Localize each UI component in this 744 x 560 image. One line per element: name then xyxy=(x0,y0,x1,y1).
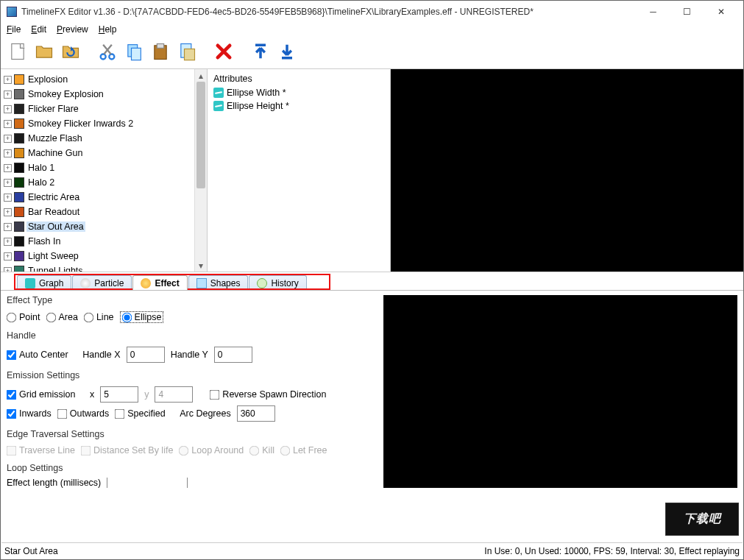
download-button[interactable] xyxy=(274,39,300,64)
emission-header: Emission Settings xyxy=(7,370,380,380)
check-traverse-line: Traverse Line xyxy=(7,445,75,456)
expander-icon[interactable]: + xyxy=(4,149,12,157)
tab-effect[interactable]: Effect xyxy=(132,275,187,290)
tree-item[interactable]: + Smokey Explosion xyxy=(1,87,194,102)
effect-icon xyxy=(14,192,24,202)
expander-icon[interactable]: + xyxy=(4,208,12,216)
new-file-button[interactable] xyxy=(5,39,30,64)
expander-icon[interactable]: + xyxy=(4,238,12,246)
tree-item-label: Halo 2 xyxy=(26,177,56,188)
cut-button[interactable] xyxy=(95,39,120,64)
tree-item[interactable]: + Smokey Flicker Inwards 2 xyxy=(1,116,194,131)
expander-icon[interactable]: + xyxy=(4,91,12,99)
maximize-button[interactable]: ☐ xyxy=(670,1,704,22)
expander-icon[interactable]: + xyxy=(4,120,12,128)
titlebar: TimelineFX Editor v1.36 - D:\{7A7ACBDD-F… xyxy=(1,1,743,23)
effect-icon xyxy=(14,221,24,232)
expander-icon[interactable]: + xyxy=(4,179,12,187)
tree-item[interactable]: + Tunnel Lights xyxy=(1,263,194,272)
tree-item[interactable]: + Explosion xyxy=(1,72,194,87)
tree-item[interactable]: + Flicker Flare xyxy=(1,102,194,116)
open-folder-button[interactable] xyxy=(32,39,57,64)
effect-icon xyxy=(14,89,24,99)
check-grid-emission[interactable]: Grid emission xyxy=(7,389,75,400)
refresh-folder-button[interactable] xyxy=(58,39,83,64)
effect-length-label: Effect length (millisecs) xyxy=(7,478,101,488)
tab-particle[interactable]: Particle xyxy=(72,275,132,290)
shapes-icon xyxy=(196,278,207,288)
radio-ellipse[interactable]: Ellipse xyxy=(120,311,164,323)
tree-scrollbar[interactable]: ▴ ▾ xyxy=(194,69,207,272)
menu-help[interactable]: Help xyxy=(99,24,117,35)
expander-icon[interactable]: + xyxy=(4,135,12,143)
tree-item[interactable]: + Electric Area xyxy=(1,190,194,205)
delete-button[interactable] xyxy=(211,39,236,64)
expander-icon[interactable]: + xyxy=(4,267,12,272)
menu-preview[interactable]: Preview xyxy=(57,24,88,35)
radio-line[interactable]: Line xyxy=(84,312,114,322)
radio-let-free: Let Free xyxy=(280,445,327,456)
tree-item[interactable]: + Bar Readout xyxy=(1,205,194,219)
copy-button[interactable] xyxy=(121,39,146,64)
menu-file[interactable]: File xyxy=(7,24,21,35)
expander-icon[interactable]: + xyxy=(4,194,12,202)
tree-item[interactable]: + Machine Gun xyxy=(1,146,194,160)
tree-item[interactable]: + Flash In xyxy=(1,234,194,249)
tree-item-label: Smokey Explosion xyxy=(26,89,105,99)
expander-icon[interactable]: + xyxy=(4,223,12,231)
preview-viewport-lower[interactable] xyxy=(383,295,737,488)
handle-y-input[interactable] xyxy=(214,347,252,363)
tree-item[interactable]: + Light Sweep xyxy=(1,249,194,263)
check-outwards[interactable]: Outwards xyxy=(57,408,110,419)
preview-viewport[interactable] xyxy=(391,69,743,272)
tree-item-label: Electric Area xyxy=(26,192,81,202)
effect-length-input[interactable] xyxy=(107,478,188,488)
effect-icon xyxy=(14,177,24,188)
tree-item[interactable]: + Halo 2 xyxy=(1,175,194,190)
handle-x-input[interactable] xyxy=(127,347,165,363)
effect-icon xyxy=(141,278,151,288)
attribute-item[interactable]: Ellipse Width * xyxy=(213,86,384,99)
effect-icon xyxy=(14,266,24,272)
toolbar xyxy=(1,36,743,69)
svg-rect-10 xyxy=(282,57,292,60)
check-reverse-spawn[interactable]: Reverse Spawn Direction xyxy=(210,389,326,400)
minimize-button[interactable]: ─ xyxy=(637,1,670,22)
menu-edit[interactable]: Edit xyxy=(31,24,46,35)
check-auto-center[interactable]: Auto Center xyxy=(7,350,68,360)
menubar: File Edit Preview Help xyxy=(1,23,743,36)
tree-item-label: Smokey Flicker Inwards 2 xyxy=(26,118,135,129)
effect-type-header: Effect Type xyxy=(7,295,380,305)
grid-x-input[interactable] xyxy=(100,386,138,403)
effect-icon xyxy=(14,207,24,217)
expander-icon[interactable]: + xyxy=(4,76,12,84)
history-icon xyxy=(257,278,267,288)
expander-icon[interactable]: + xyxy=(4,252,12,260)
expander-icon[interactable]: + xyxy=(4,164,12,172)
tab-graph[interactable]: Graph xyxy=(17,275,71,290)
radio-point[interactable]: Point xyxy=(7,312,40,322)
tab-history[interactable]: History xyxy=(249,275,306,290)
arc-degrees-input[interactable] xyxy=(237,405,275,422)
close-button[interactable]: ✕ xyxy=(704,1,737,22)
effect-form: Effect Type Point Area Line Ellipse Hand… xyxy=(7,295,380,488)
radio-loop-around: Loop Around xyxy=(179,445,244,456)
upload-button[interactable] xyxy=(248,39,273,64)
check-specified[interactable]: Specified xyxy=(115,408,165,419)
expander-icon[interactable]: + xyxy=(4,105,12,113)
tree-item[interactable]: + Muzzle Flash xyxy=(1,131,194,146)
attribute-item[interactable]: Ellipse Height * xyxy=(213,99,384,113)
tree-item[interactable]: + Halo 1 xyxy=(1,160,194,175)
graph-icon xyxy=(25,278,35,288)
paste-doc-button[interactable] xyxy=(174,39,199,64)
tab-shapes[interactable]: Shapes xyxy=(188,275,249,290)
tree-item[interactable]: + Star Out Area xyxy=(1,219,194,234)
tree-item-label: Light Sweep xyxy=(26,251,80,261)
attribute-label: Ellipse Width * xyxy=(227,88,286,98)
check-inwards[interactable]: Inwards xyxy=(7,408,52,419)
attribute-label: Ellipse Height * xyxy=(227,101,289,111)
grid-x-label: x xyxy=(90,389,94,400)
paste-button[interactable] xyxy=(148,39,173,64)
status-bar: Star Out Area In Use: 0, Un Used: 10000,… xyxy=(1,542,743,559)
radio-area[interactable]: Area xyxy=(46,312,78,322)
